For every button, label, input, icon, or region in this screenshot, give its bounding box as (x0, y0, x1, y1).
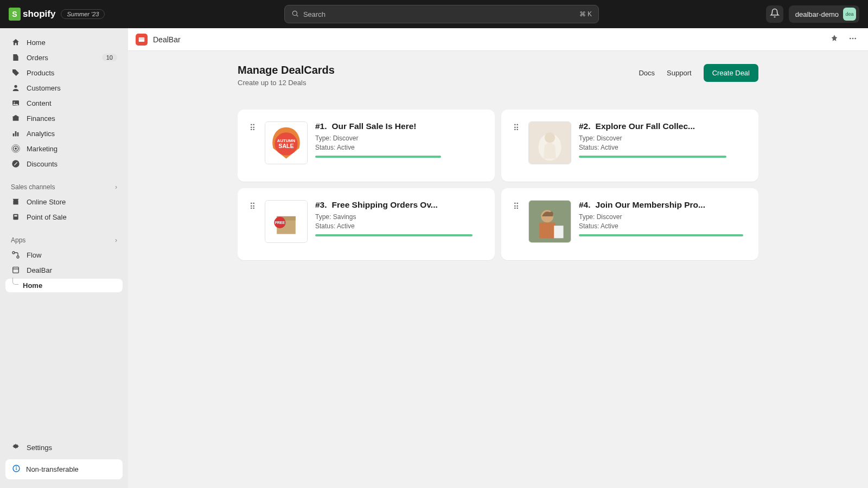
page-subtitle: Create up to 12 Deals (238, 79, 335, 87)
svg-rect-12 (13, 214, 18, 220)
deal-title: #2.Explore Our Fall Collec... (579, 121, 746, 131)
drag-handle-icon[interactable]: ⠿ (250, 121, 257, 132)
drag-handle-icon[interactable]: ⠿ (513, 200, 521, 210)
deal-card-body: #2.Explore Our Fall Collec... Type: Disc… (579, 121, 746, 158)
deal-card[interactable]: ⠿ #4.Join Our Membership Pro... Type: Di… (501, 188, 758, 260)
nav-app-dealbar-home[interactable]: Home (5, 279, 123, 292)
nav-finances[interactable]: Finances (5, 111, 123, 126)
nav-label: DealBar (27, 266, 52, 274)
nav-label: Settings (27, 444, 52, 452)
svg-rect-6 (15, 131, 17, 136)
section-label: Sales channels (11, 183, 55, 191)
svg-point-4 (14, 102, 15, 103)
deal-card-body: #1.Our Fall Sale Is Here! Type: Discover… (315, 121, 483, 158)
page-title: Manage DealCards (238, 64, 335, 76)
nav-marketing[interactable]: Marketing (5, 141, 123, 156)
svg-point-33 (545, 132, 555, 143)
nav-label: Discounts (27, 160, 58, 168)
finances-icon (11, 113, 21, 123)
nav-label: Orders (27, 54, 48, 62)
deal-type: Type: Savings (315, 213, 483, 222)
avatar: dea (843, 8, 856, 21)
nav-label: Customers (27, 84, 61, 92)
svg-text:SALE: SALE (278, 143, 293, 149)
nav-home[interactable]: Home (5, 35, 123, 50)
deal-progress (579, 234, 743, 236)
nontransferable-tag[interactable]: Non-transferable (5, 459, 123, 479)
drag-handle-icon[interactable]: ⠿ (513, 121, 521, 132)
summer-badge[interactable]: Summer '23 (61, 9, 105, 19)
nav-settings[interactable]: Settings (5, 440, 123, 455)
analytics-icon (11, 129, 21, 138)
deal-card[interactable]: ⠿ AUTUMNSALE #1.Our Fall Sale Is Here! T… (238, 110, 495, 182)
shopify-bag-icon: S (9, 8, 21, 21)
deal-title: #4.Join Our Membership Pro... (579, 200, 746, 210)
more-button[interactable] (845, 32, 860, 47)
store-name: dealbar-demo (795, 10, 839, 18)
deal-type: Type: Discover (579, 213, 746, 222)
docs-link[interactable]: Docs (639, 69, 655, 77)
svg-point-15 (17, 256, 19, 258)
store-switcher[interactable]: dealbar-demo dea (789, 5, 859, 23)
deal-title: #3.Free Shipping Orders Ov... (315, 200, 483, 210)
section-label: Apps (11, 236, 25, 244)
deal-progress (315, 156, 441, 158)
svg-rect-7 (17, 132, 19, 136)
head-actions: Docs Support Create Deal (639, 64, 758, 82)
svg-line-1 (297, 15, 298, 16)
nav-pos[interactable]: Point of Sale (5, 209, 123, 224)
pos-icon (11, 212, 21, 222)
nav-customers[interactable]: Customers (5, 80, 123, 95)
deal-type: Type: Discover (579, 134, 746, 143)
nav-content[interactable]: Content (5, 95, 123, 111)
dots-icon (848, 34, 857, 45)
nav-products[interactable]: Products (5, 65, 123, 80)
svg-point-8 (15, 147, 17, 150)
drag-handle-icon[interactable]: ⠿ (250, 200, 257, 210)
page-head: Manage DealCards Create up to 12 Deals D… (238, 64, 758, 87)
bell-icon (770, 8, 780, 20)
topbar: S shopify Summer '23 Search ⌘ K dealbar-… (0, 0, 868, 28)
deal-title: #1.Our Fall Sale Is Here! (315, 121, 483, 131)
svg-rect-16 (13, 267, 19, 273)
app-icon (11, 265, 21, 275)
svg-rect-5 (13, 133, 15, 136)
nav-app-flow[interactable]: Flow (5, 247, 123, 262)
nontransferable-label: Non-transferable (26, 465, 79, 473)
sales-channels-header[interactable]: Sales channels › (5, 180, 123, 194)
support-link[interactable]: Support (667, 69, 692, 77)
app-name: DealBar (153, 35, 181, 44)
deal-thumbnail: AUTUMNSALE (265, 121, 308, 164)
nav-label: Products (27, 69, 54, 77)
svg-rect-22 (139, 37, 145, 41)
deal-status: Status: Active (579, 222, 746, 231)
nav-label: Analytics (27, 130, 55, 138)
apps-header[interactable]: Apps › (5, 233, 123, 247)
nav-orders[interactable]: Orders 10 (5, 50, 123, 65)
deal-status: Status: Active (315, 143, 483, 152)
sidebar: Home Orders 10 Products Customers Conten… (0, 28, 128, 488)
main: DealBar Manage DealCards Create up to 12… (128, 28, 868, 488)
svg-point-24 (850, 37, 851, 39)
deal-thumbnail (528, 200, 571, 243)
shopify-logo[interactable]: S shopify (9, 8, 55, 21)
create-deal-button[interactable]: Create Deal (704, 64, 758, 82)
nav-online-store[interactable]: Online Store (5, 194, 123, 209)
orders-badge: 10 (102, 54, 117, 61)
deal-card[interactable]: ⠿ FREE #3.Free Shipping Orders Ov... Typ… (238, 188, 495, 260)
home-icon (11, 37, 21, 47)
search-icon (291, 10, 299, 19)
deal-card[interactable]: ⠿ #2.Explore Our Fall Collec... Type: Di… (501, 110, 758, 182)
nav-label: Finances (27, 114, 55, 123)
svg-point-14 (12, 252, 15, 254)
nav-discounts[interactable]: Discounts (5, 156, 123, 171)
svg-rect-41 (539, 222, 555, 238)
notifications-button[interactable] (766, 5, 783, 23)
nav-label: Content (27, 99, 52, 107)
nav-analytics[interactable]: Analytics (5, 126, 123, 141)
deals-grid: ⠿ AUTUMNSALE #1.Our Fall Sale Is Here! T… (238, 110, 758, 260)
search-input[interactable]: Search ⌘ K (284, 5, 599, 23)
pin-button[interactable] (827, 32, 842, 47)
svg-point-2 (14, 85, 17, 88)
nav-app-dealbar[interactable]: DealBar (5, 262, 123, 278)
